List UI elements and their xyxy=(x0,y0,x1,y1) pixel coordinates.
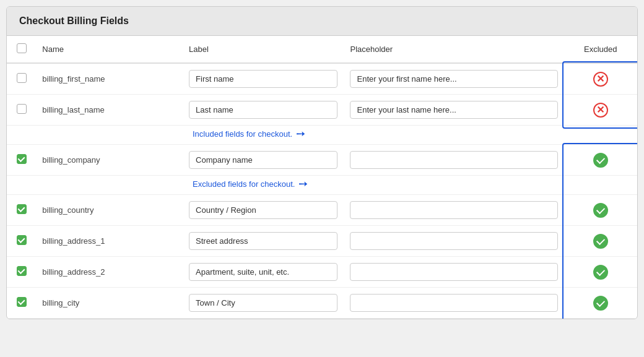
field-label-cell xyxy=(183,63,344,95)
callout-text: Excluded fields for checkout. xyxy=(193,179,295,189)
excluded-icon[interactable]: ✕ xyxy=(593,103,608,118)
field-label-cell xyxy=(183,288,344,319)
field-placeholder-input[interactable] xyxy=(350,70,557,88)
callout-text: Included fields for checkout. xyxy=(193,129,292,139)
select-all-checkbox[interactable] xyxy=(17,43,27,53)
row-checkbox-cell xyxy=(7,63,36,95)
field-name: billing_country xyxy=(36,195,183,226)
field-label-input[interactable] xyxy=(189,101,337,119)
field-placeholder-input[interactable] xyxy=(350,151,557,169)
field-name: billing_company xyxy=(36,145,183,176)
table-row: billing_city xyxy=(7,288,637,319)
row-checkbox[interactable] xyxy=(17,204,27,214)
field-excluded-cell xyxy=(564,257,637,288)
field-label-cell xyxy=(183,145,344,176)
field-placeholder-cell xyxy=(344,95,564,126)
field-excluded-cell xyxy=(564,195,637,226)
field-label-input[interactable] xyxy=(189,201,337,219)
field-excluded-cell: ✕ xyxy=(564,63,637,95)
field-label-cell xyxy=(183,195,344,226)
field-placeholder-input[interactable] xyxy=(350,294,557,312)
col-header-check xyxy=(7,36,36,63)
field-label-input[interactable] xyxy=(189,232,337,250)
table-row: billing_address_2 xyxy=(7,257,637,288)
field-placeholder-cell xyxy=(344,226,564,257)
field-label-input[interactable] xyxy=(189,294,337,312)
field-placeholder-input[interactable] xyxy=(350,101,557,119)
field-name: billing_first_name xyxy=(36,63,183,95)
field-name: billing_address_1 xyxy=(36,226,183,257)
row-checkbox[interactable] xyxy=(17,73,27,83)
field-excluded-cell xyxy=(564,145,637,176)
row-checkbox-cell xyxy=(7,257,36,288)
row-checkbox[interactable] xyxy=(17,266,27,276)
included-icon[interactable] xyxy=(593,203,608,218)
callout-arrow: ➙ xyxy=(296,127,305,140)
row-checkbox-cell xyxy=(7,145,36,176)
table-row: billing_first_name✕ xyxy=(7,63,637,95)
row-checkbox[interactable] xyxy=(17,235,27,245)
checkout-billing-fields-panel: Checkout Billing Fields Name Label Place… xyxy=(6,6,638,319)
field-label-input[interactable] xyxy=(189,151,337,169)
row-checkbox-cell xyxy=(7,226,36,257)
field-placeholder-cell xyxy=(344,145,564,176)
field-placeholder-input[interactable] xyxy=(350,232,557,250)
field-label-input[interactable] xyxy=(189,70,337,88)
field-placeholder-input[interactable] xyxy=(350,201,557,219)
col-header-placeholder: Placeholder xyxy=(344,36,564,63)
field-placeholder-cell xyxy=(344,288,564,319)
field-excluded-cell: ✕ xyxy=(564,95,637,126)
table-row: billing_address_1 xyxy=(7,226,637,257)
page-title: Checkout Billing Fields xyxy=(7,7,637,36)
row-checkbox-cell xyxy=(7,288,36,319)
callout-arrow: ➙ xyxy=(298,177,308,191)
field-label-input[interactable] xyxy=(189,263,337,281)
table-row: billing_last_name✕ xyxy=(7,95,637,126)
row-checkbox[interactable] xyxy=(17,154,27,164)
row-checkbox[interactable] xyxy=(17,297,27,307)
col-header-label: Label xyxy=(183,36,344,63)
table-row: billing_company xyxy=(7,145,637,176)
field-label-cell xyxy=(183,226,344,257)
excluded-icon[interactable]: ✕ xyxy=(593,72,608,87)
field-excluded-cell xyxy=(564,226,637,257)
field-placeholder-cell xyxy=(344,257,564,288)
included-icon[interactable] xyxy=(593,153,608,168)
field-name: billing_city xyxy=(36,288,183,319)
included-icon[interactable] xyxy=(593,296,608,311)
field-placeholder-input[interactable] xyxy=(350,263,557,281)
col-header-excluded: Excluded xyxy=(564,36,637,63)
row-checkbox-cell xyxy=(7,195,36,226)
field-label-cell xyxy=(183,95,344,126)
row-checkbox-cell xyxy=(7,95,36,126)
included-icon[interactable] xyxy=(593,265,608,280)
callout-row: Excluded fields for checkout.➙ xyxy=(7,176,637,195)
field-name: billing_last_name xyxy=(36,95,183,126)
field-placeholder-cell xyxy=(344,195,564,226)
included-icon[interactable] xyxy=(593,234,608,249)
table-row: billing_country xyxy=(7,195,637,226)
field-name: billing_address_2 xyxy=(36,257,183,288)
col-header-name: Name xyxy=(36,36,183,63)
field-placeholder-cell xyxy=(344,63,564,95)
callout-row: Included fields for checkout.➙ xyxy=(7,126,637,145)
row-checkbox[interactable] xyxy=(17,104,27,114)
field-label-cell xyxy=(183,257,344,288)
field-excluded-cell xyxy=(564,288,637,319)
